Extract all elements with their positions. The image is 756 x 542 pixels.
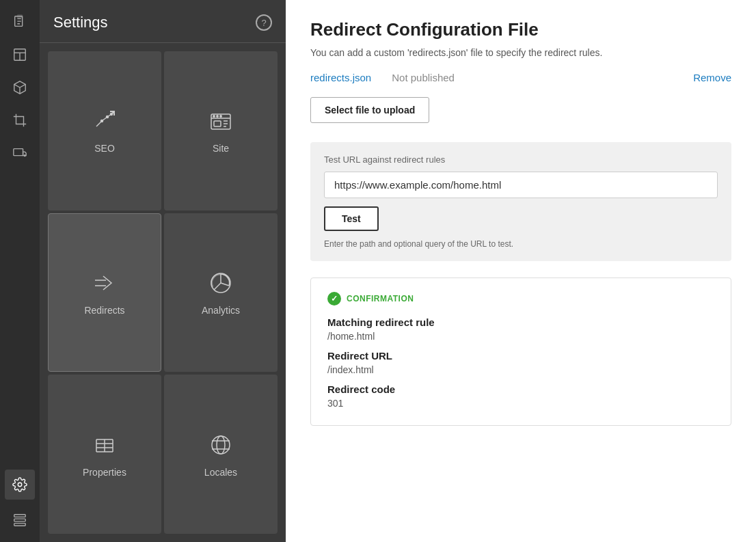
confirmation-icon <box>327 292 341 306</box>
settings-card-analytics-label: Analytics <box>202 305 240 316</box>
settings-card-seo[interactable]: SEO <box>48 51 161 211</box>
test-section-label: Test URL against redirect rules <box>324 154 718 165</box>
svg-point-16 <box>213 116 215 117</box>
main-content: Redirect Configuration File You can add … <box>286 0 756 542</box>
settings-card-locales[interactable]: Locales <box>164 375 278 534</box>
svg-rect-5 <box>14 149 23 156</box>
settings-card-redirects-label: Redirects <box>84 305 124 316</box>
test-hint: Enter the path and optional query of the… <box>324 239 718 249</box>
settings-title: Settings <box>53 14 108 31</box>
confirmation-header: CONFIRMATION <box>327 292 714 306</box>
svg-rect-19 <box>214 121 221 126</box>
settings-card-site-label: Site <box>213 143 229 154</box>
confirmation-badge: CONFIRMATION <box>347 294 414 303</box>
page-description: You can add a custom 'redirects.json' fi… <box>310 47 731 58</box>
sidebar-item-components[interactable] <box>5 72 35 103</box>
svg-line-28 <box>214 283 221 290</box>
settings-card-analytics[interactable]: Analytics <box>164 213 278 372</box>
sidebar-item-layout[interactable] <box>5 40 35 70</box>
svg-rect-9 <box>14 519 26 521</box>
svg-point-7 <box>18 483 22 487</box>
svg-point-17 <box>217 116 218 117</box>
settings-card-properties[interactable]: Properties <box>48 375 161 534</box>
redirect-code-label: Redirect code <box>327 383 714 395</box>
settings-grid: SEO Site Redirects <box>40 43 286 542</box>
svg-rect-1 <box>17 15 22 18</box>
help-icon[interactable]: ? <box>256 14 272 31</box>
settings-card-seo-label: SEO <box>94 143 115 154</box>
matching-rule-label: Matching redirect rule <box>327 316 714 328</box>
settings-card-redirects[interactable]: Redirects <box>48 213 161 372</box>
file-link[interactable]: redirects.json <box>310 72 371 83</box>
upload-button[interactable]: Select file to upload <box>310 97 429 123</box>
test-url-input[interactable] <box>324 172 718 198</box>
svg-point-37 <box>217 436 225 454</box>
file-row: redirects.json Not published Remove <box>310 72 731 83</box>
sidebar-item-settings[interactable] <box>5 470 35 500</box>
redirect-code-value: 301 <box>327 398 714 409</box>
sidebar-item-pages[interactable] <box>5 7 35 37</box>
redirect-url-value: /index.html <box>327 364 714 375</box>
svg-line-27 <box>221 283 229 286</box>
test-button[interactable]: Test <box>324 206 379 231</box>
redirect-url-label: Redirect URL <box>327 350 714 362</box>
sidebar-item-deploy[interactable] <box>5 505 35 535</box>
matching-rule-value: /home.html <box>327 331 714 342</box>
svg-rect-8 <box>14 515 26 517</box>
test-section: Test URL against redirect rules Test Ent… <box>310 142 731 261</box>
page-title: Redirect Configuration File <box>310 19 731 40</box>
remove-button[interactable]: Remove <box>693 72 731 83</box>
sidebar-item-crop[interactable] <box>5 105 35 135</box>
svg-rect-10 <box>14 524 26 526</box>
settings-card-site[interactable]: Site <box>164 51 278 211</box>
settings-header: Settings ? <box>40 0 286 43</box>
file-status: Not published <box>392 72 455 83</box>
svg-point-18 <box>220 116 221 117</box>
settings-card-properties-label: Properties <box>83 467 126 478</box>
settings-card-locales-label: Locales <box>204 467 237 478</box>
settings-panel: Settings ? SEO <box>40 0 286 542</box>
svg-point-36 <box>212 436 230 454</box>
icon-sidebar <box>0 0 40 542</box>
sidebar-item-device[interactable] <box>5 138 35 168</box>
confirmation-section: CONFIRMATION Matching redirect rule /hom… <box>310 277 731 426</box>
